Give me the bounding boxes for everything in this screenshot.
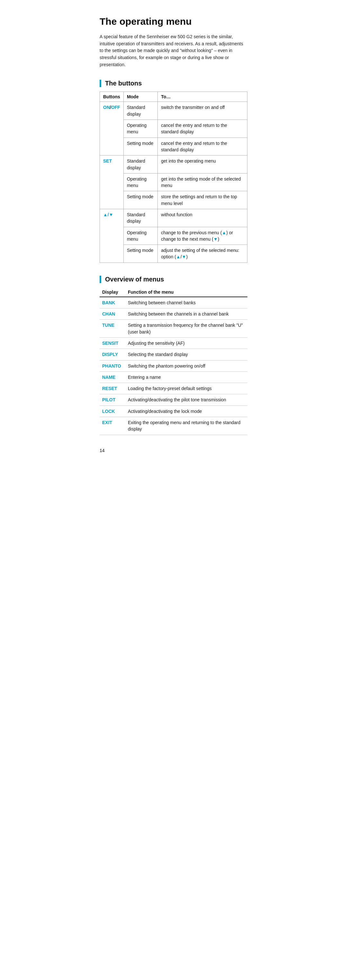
table-row: PHANTOSwitching the phantom powering on/… xyxy=(100,360,247,371)
button-label: ON/OFF xyxy=(100,102,124,156)
function-description: Switching the phantom powering on/off xyxy=(125,360,247,371)
function-description: Switching between channel banks xyxy=(125,297,247,309)
button-label: ▲/▼ xyxy=(100,209,124,263)
display-label: PILOT xyxy=(100,394,125,406)
page-title: The operating menu xyxy=(100,16,247,27)
to-cell: get into the operating menu xyxy=(158,156,247,173)
mode-cell: Standard display xyxy=(123,102,158,120)
display-label: BANK xyxy=(100,297,125,309)
page-number: 14 xyxy=(100,448,247,453)
table-row: PILOTActivating/deactivating the pilot t… xyxy=(100,394,247,406)
table-row: TUNESetting a transmission frequency for… xyxy=(100,320,247,338)
to-cell: change to the previous menu (▲) or chang… xyxy=(158,227,247,245)
to-cell: switch the transmitter on and off xyxy=(158,102,247,120)
function-col-header: Function of the menu xyxy=(125,288,247,297)
buttons-col-header: Buttons xyxy=(100,92,124,102)
mode-cell: Standard display xyxy=(123,156,158,173)
function-description: Switching between the channels in a chan… xyxy=(125,309,247,320)
mode-cell: Standard display xyxy=(123,209,158,227)
function-description: Exiting the operating menu and returning… xyxy=(125,417,247,435)
mode-cell: Setting mode xyxy=(123,245,158,263)
display-label: PHANTO xyxy=(100,360,125,371)
section-buttons-title: The buttons xyxy=(100,80,247,87)
display-label: CHAN xyxy=(100,309,125,320)
to-cell: adjust the setting of the selected menu:… xyxy=(158,245,247,263)
mode-col-header: Mode xyxy=(123,92,158,102)
function-description: Activating/deactivating the pilot tone t… xyxy=(125,394,247,406)
table-row: DISPLYSelecting the standard display xyxy=(100,349,247,360)
table-row: BANKSwitching between channel banks xyxy=(100,297,247,309)
function-description: Adjusting the sensitivity (AF) xyxy=(125,337,247,348)
table-row: NAMEEntering a name xyxy=(100,371,247,383)
table-row: CHANSwitching between the channels in a … xyxy=(100,309,247,320)
intro-paragraph: A special feature of the Sennheiser ew 5… xyxy=(100,33,247,68)
table-row: SENSITAdjusting the sensitivity (AF) xyxy=(100,337,247,348)
function-description: Activating/deactivating the lock mode xyxy=(125,406,247,417)
table-row: LOCKActivating/deactivating the lock mod… xyxy=(100,406,247,417)
display-label: NAME xyxy=(100,371,125,383)
buttons-table: Buttons Mode To… ON/OFFStandard displays… xyxy=(100,92,247,262)
mode-cell: Setting mode xyxy=(123,191,158,209)
overview-table: Display Function of the menu BANKSwitchi… xyxy=(100,288,247,435)
button-label: SET xyxy=(100,156,124,209)
to-cell: store the settings and return to the top… xyxy=(158,191,247,209)
display-label: TUNE xyxy=(100,320,125,338)
to-cell: without function xyxy=(158,209,247,227)
function-description: Entering a name xyxy=(125,371,247,383)
function-description: Setting a transmission frequency for the… xyxy=(125,320,247,338)
to-cell: cancel the entry and return to the stand… xyxy=(158,120,247,138)
mode-cell: Setting mode xyxy=(123,137,158,156)
mode-cell: Operating menu xyxy=(123,120,158,138)
mode-cell: Operating menu xyxy=(123,227,158,245)
table-row: EXITExiting the operating menu and retur… xyxy=(100,417,247,435)
display-col-header: Display xyxy=(100,288,125,297)
display-label: SENSIT xyxy=(100,337,125,348)
to-cell: get into the setting mode of the selecte… xyxy=(158,173,247,191)
mode-cell: Operating menu xyxy=(123,173,158,191)
function-description: Loading the factory-preset default setti… xyxy=(125,383,247,394)
display-label: RESET xyxy=(100,383,125,394)
display-label: LOCK xyxy=(100,406,125,417)
function-description: Selecting the standard display xyxy=(125,349,247,360)
to-cell: cancel the entry and return to the stand… xyxy=(158,137,247,156)
display-label: EXIT xyxy=(100,417,125,435)
to-col-header: To… xyxy=(158,92,247,102)
section-overview-title: Overview of menus xyxy=(100,276,247,283)
display-label: DISPLY xyxy=(100,349,125,360)
table-row: RESETLoading the factory-preset default … xyxy=(100,383,247,394)
